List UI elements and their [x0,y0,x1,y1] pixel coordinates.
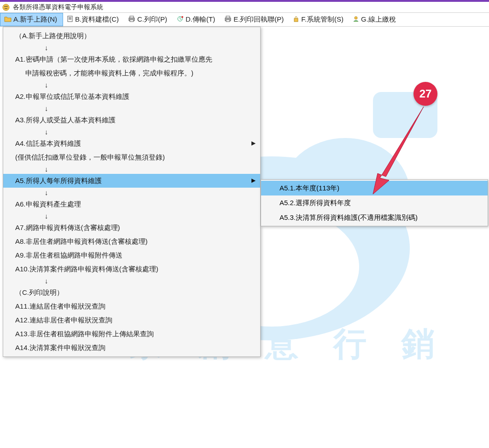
menu-a[interactable]: A.新手上路(N) [0,13,63,26]
chevron-right-icon: ▶ [251,176,256,185]
dropdown-item-24[interactable]: A13.非居住者租協網路申報附件上傳結果查詢 [3,327,260,341]
svg-rect-15 [226,16,230,18]
menu-e-label: E.列印回執聯(P) [233,15,284,24]
svg-point-13 [181,16,183,18]
dropdown-item-0[interactable]: （A.新手上路使用說明） [3,29,260,43]
app-icon [2,3,10,11]
dropdown-item-17[interactable]: A8.非居住者網路申報資料傳送(含審核處理) [3,235,260,248]
flow-down-arrow: ↓ [3,103,260,113]
menu-c[interactable]: C.列印(P) [124,13,173,26]
svg-rect-8 [68,16,72,22]
svg-rect-16 [226,20,230,22]
svg-point-18 [355,17,357,19]
menu-d[interactable]: D.傳輸(T) [173,13,221,26]
flow-down-arrow: ↓ [3,127,260,137]
dropdown-item-2[interactable]: A1.密碼申請（第一次使用本系統，欲採網路申報之扣繳單位應先 [3,52,260,66]
flow-down-arrow: ↓ [3,164,260,174]
menu-c-label: C.列印(P) [137,15,167,24]
dropdown-item-12[interactable]: A5.所得人每年所得資料維護▶ [3,174,260,188]
document-icon [67,16,73,23]
dropdown-item-25[interactable]: A14.決清算案件申報狀況查詢 [3,341,260,355]
printer-icon [224,16,232,23]
transfer-icon [176,16,184,23]
submenu-item-0[interactable]: A5.1.本年度(113年) [261,181,488,195]
flow-down-arrow: ↓ [3,80,260,90]
submenu-item-2[interactable]: A5.3.決清算所得資料維護(不適用檔案識別碼) [261,210,488,225]
dropdown-menu-a: （A.新手上路使用說明）↓A1.密碼申請（第一次使用本系統，欲採網路申報之扣繳單… [3,27,261,357]
menu-e[interactable]: E.列印回執聯(P) [221,13,289,26]
flow-down-arrow: ↓ [3,188,260,197]
callout-badge: 27 [413,82,437,106]
submenu-a5: A5.1.本年度(113年)A5.2.選擇所得資料年度A5.3.決清算所得資料維… [261,179,488,226]
menu-f[interactable]: F.系統管制(S) [289,13,349,26]
menu-b[interactable]: B.資料建檔(C) [63,13,124,26]
user-icon [353,16,359,23]
dropdown-item-3[interactable]: 申請報稅密碼，才能將申報資料上傳，完成申報程序。) [3,66,260,80]
lock-icon [293,16,299,23]
printer-icon [128,16,135,23]
flow-down-arrow: ↓ [3,211,260,221]
dropdown-item-22[interactable]: A11.連結居住者申報狀況查詢 [3,299,260,313]
svg-rect-17 [294,18,298,22]
flow-down-arrow: ↓ [3,276,260,286]
svg-rect-11 [130,20,134,22]
menu-g-label: G.線上繳稅 [361,15,396,24]
dropdown-item-18[interactable]: A9.非居住者租協網路申報附件傳送 [3,248,260,262]
dropdown-item-14[interactable]: A6.申報資料產生處理 [3,197,260,211]
chevron-right-icon: ▶ [251,139,256,148]
menu-f-label: F.系統管制(S) [301,15,343,24]
dropdown-item-16[interactable]: A7.網路申報資料傳送(含審核處理) [3,221,260,235]
folder-open-icon [4,16,12,23]
menu-d-label: D.傳輸(T) [186,15,215,24]
menu-g[interactable]: G.線上繳稅 [349,13,402,26]
svg-point-7 [6,6,7,6]
window-titlebar: 各類所得憑單資料電子申報系統 [0,0,489,13]
dropdown-item-21[interactable]: （C.列印說明） [3,286,260,299]
window-title: 各類所得憑單資料電子申報系統 [13,3,103,11]
svg-point-6 [5,6,6,6]
callout-number: 27 [419,87,432,100]
dropdown-item-5[interactable]: A2.申報單位或信託單位基本資料維護 [3,90,260,103]
svg-point-5 [3,4,9,11]
flow-down-arrow: ↓ [3,43,260,52]
dropdown-item-7[interactable]: A3.所得人或受益人基本資料維護 [3,113,260,127]
menubar: A.新手上路(N) B.資料建檔(C) C.列印(P) D.傳輸(T) E.列印… [0,13,489,27]
dropdown-item-19[interactable]: A10.決清算案件網路申報資料傳送(含審核處理) [3,262,260,276]
menu-b-label: B.資料建檔(C) [75,15,119,24]
dropdown-item-23[interactable]: A12.連結非居住者申報狀況查詢 [3,313,260,327]
menu-a-label: A.新手上路(N) [13,15,57,24]
dropdown-item-9[interactable]: A4.信託基本資料維護▶ [3,137,260,150]
svg-rect-10 [130,16,134,18]
dropdown-item-10[interactable]: (僅供信託扣繳單位登錄，一般申報單位無須登錄) [3,150,260,164]
submenu-item-1[interactable]: A5.2.選擇所得資料年度 [261,195,488,210]
